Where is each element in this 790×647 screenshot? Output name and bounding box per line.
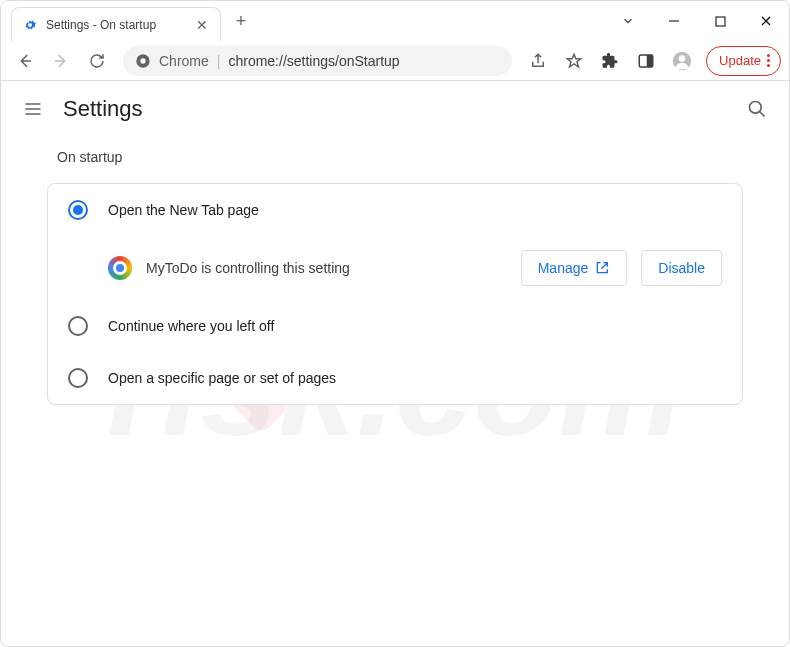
option-new-tab[interactable]: Open the New Tab page [48, 184, 742, 236]
browser-tab[interactable]: Settings - On startup ✕ [11, 7, 221, 41]
extension-control-row: MyToDo is controlling this setting Manag… [48, 236, 742, 300]
tab-search-icon[interactable] [605, 4, 651, 38]
address-bar[interactable]: Chrome | chrome://settings/onStartup [123, 46, 512, 76]
section-label: On startup [57, 149, 743, 165]
profile-avatar-icon[interactable] [666, 45, 698, 77]
settings-gear-icon [22, 17, 38, 33]
page-title: Settings [63, 96, 143, 122]
svg-point-7 [679, 55, 686, 62]
svg-line-9 [760, 112, 765, 117]
radio-selected-icon[interactable] [68, 200, 88, 220]
extension-icon [108, 256, 132, 280]
reload-icon[interactable] [81, 45, 113, 77]
settings-header: Settings [1, 81, 789, 137]
manage-label: Manage [538, 260, 589, 276]
update-label: Update [719, 53, 761, 68]
tab-title: Settings - On startup [46, 18, 186, 32]
hamburger-menu-icon[interactable] [21, 97, 45, 121]
browser-toolbar: Chrome | chrome://settings/onStartup Upd… [1, 41, 789, 81]
back-icon[interactable] [9, 45, 41, 77]
extensions-puzzle-icon[interactable] [594, 45, 626, 77]
option-label: Open a specific page or set of pages [108, 370, 336, 386]
option-label: Continue where you left off [108, 318, 274, 334]
radio-unselected-icon[interactable] [68, 368, 88, 388]
omnibox-prefix: Chrome [159, 53, 209, 69]
menu-dots-icon [767, 54, 770, 67]
bookmark-star-icon[interactable] [558, 45, 590, 77]
settings-content: On startup Open the New Tab page MyToDo … [1, 137, 789, 417]
close-window-icon[interactable] [743, 4, 789, 38]
chrome-logo-icon [135, 53, 151, 69]
new-tab-button[interactable]: + [227, 7, 255, 35]
svg-rect-5 [647, 55, 653, 67]
omnibox-url: chrome://settings/onStartup [228, 53, 399, 69]
svg-point-3 [140, 58, 145, 63]
forward-icon [45, 45, 77, 77]
disable-label: Disable [658, 260, 705, 276]
search-icon[interactable] [745, 97, 769, 121]
option-label: Open the New Tab page [108, 202, 259, 218]
startup-card: Open the New Tab page MyToDo is controll… [47, 183, 743, 405]
radio-unselected-icon[interactable] [68, 316, 88, 336]
minimize-icon[interactable] [651, 4, 697, 38]
disable-button[interactable]: Disable [641, 250, 722, 286]
update-button[interactable]: Update [706, 46, 781, 76]
svg-rect-1 [716, 17, 725, 26]
svg-point-8 [750, 102, 762, 114]
close-tab-icon[interactable]: ✕ [194, 17, 210, 33]
manage-button[interactable]: Manage [521, 250, 628, 286]
maximize-icon[interactable] [697, 4, 743, 38]
window-titlebar: Settings - On startup ✕ + [1, 1, 789, 41]
option-specific-pages[interactable]: Open a specific page or set of pages [48, 352, 742, 404]
extension-control-text: MyToDo is controlling this setting [146, 260, 507, 276]
open-external-icon [594, 260, 610, 276]
share-icon[interactable] [522, 45, 554, 77]
side-panel-icon[interactable] [630, 45, 662, 77]
option-continue[interactable]: Continue where you left off [48, 300, 742, 352]
